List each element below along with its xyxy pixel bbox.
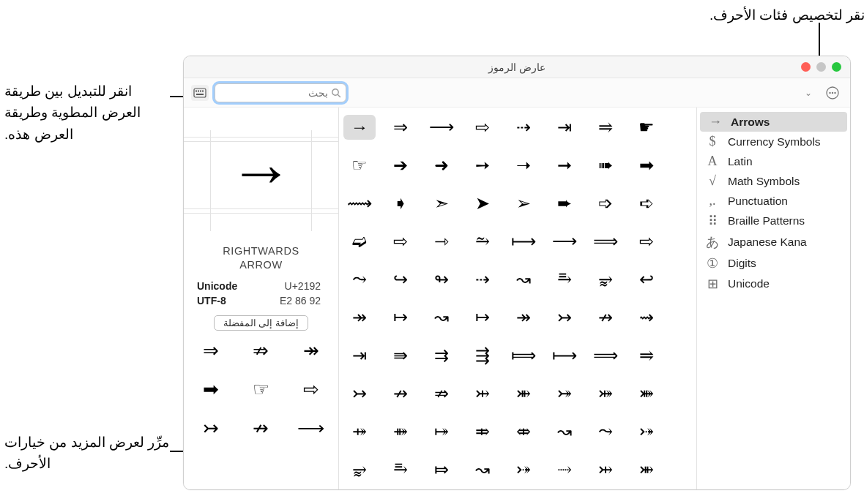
character-cell[interactable]: ➪ [630,191,663,216]
character-cell[interactable]: ➜ [425,153,458,178]
character-cell[interactable]: ↠ [507,305,540,330]
character-cell[interactable]: ⥤ [630,343,663,368]
character-cell[interactable]: ☞ [343,153,376,178]
character-cell[interactable]: ⇢ [466,267,499,292]
character-cell[interactable]: → [343,115,376,140]
character-cell[interactable]: ➤ [466,191,499,216]
search-input[interactable] [200,87,328,99]
category-math-symbols[interactable]: √Math Symbols [697,171,850,191]
character-cell[interactable]: ⇉ [425,343,458,368]
variant-glyph[interactable]: ⇒ [195,339,226,362]
character-cell[interactable]: ↛ [384,381,417,406]
character-cell[interactable]: ➔ [384,153,417,178]
character-cell[interactable]: ⟿ [343,191,376,216]
character-cell[interactable]: ⇒ [384,115,417,140]
character-cell[interactable]: ⤔ [466,381,499,406]
character-cell[interactable]: ⇨ [466,115,499,140]
character-cell[interactable]: ➢ [507,191,540,216]
character-cell[interactable]: ⤕ [507,381,540,406]
character-cell[interactable]: ➫ [343,229,376,254]
variant-glyph[interactable]: ⇨ [296,378,327,401]
character-cell[interactable]: ⟾ [507,343,540,368]
character-cell[interactable]: ↝ [425,305,458,330]
character-grid[interactable]: →⇒⟶⇨⇢⇥⥤☛☞➔➜➙➝➞➠➡⟿➧➣➤➢➨➩➪➫⇨⇾⥲⟼⟶⟹⇨⤳↪↬⇢↝⥱⥵↩… [339,108,696,489]
character-cell[interactable]: ⤀ [343,419,376,444]
variant-glyph[interactable]: ➡ [195,378,226,401]
toggle-view-button[interactable] [191,85,209,101]
character-cell[interactable]: ⇛ [384,343,417,368]
character-cell[interactable]: ⤕ [630,457,663,482]
character-cell[interactable]: ⇶ [466,343,499,368]
character-cell[interactable]: ↛ [589,305,622,330]
character-cell[interactable]: ⤐ [630,419,663,444]
character-cell[interactable]: ⤔ [589,457,622,482]
character-cell[interactable]: ⤇ [425,457,458,482]
category-unicode[interactable]: ⊞Unicode [697,274,850,294]
variant-glyph[interactable]: ☞ [245,378,276,401]
character-cell[interactable]: ⟼ [507,229,540,254]
character-cell[interactable]: ↩ [630,267,663,292]
character-cell[interactable]: ⥵ [343,457,376,482]
character-cell[interactable]: ⇢ [507,115,540,140]
character-cell[interactable]: ⤐ [507,457,540,482]
character-cell[interactable]: ➠ [589,153,622,178]
character-cell[interactable]: ➡ [630,153,663,178]
category-digits[interactable]: ①Digits [697,253,850,274]
variant-glyph[interactable]: ↣ [195,417,226,440]
character-cell[interactable]: ⇾ [425,229,458,254]
character-cell[interactable]: ⟶ [548,229,581,254]
character-cell[interactable]: ⤖ [548,381,581,406]
character-cell[interactable]: ➞ [548,153,581,178]
character-cell[interactable]: ⤁ [384,419,417,444]
character-cell[interactable]: ↦ [466,305,499,330]
category-japanese-kana[interactable]: あJapanese Kana [697,231,850,253]
character-cell[interactable]: ➝ [507,153,540,178]
character-cell[interactable]: ↠ [343,305,376,330]
character-cell[interactable]: ↬ [425,267,458,292]
character-cell[interactable]: ⇨ [630,229,663,254]
character-cell[interactable]: ➣ [425,191,458,216]
character-cell[interactable]: ↣ [548,305,581,330]
add-to-favorites-button[interactable]: إضافة إلى المفضلة [214,315,308,331]
window-close-button[interactable] [801,62,811,72]
character-cell[interactable]: ⥲ [466,229,499,254]
character-cell[interactable]: ⤘ [630,381,663,406]
character-cell[interactable]: ➧ [384,191,417,216]
character-cell[interactable]: ⇥ [343,343,376,368]
character-cell[interactable]: ⇏ [425,381,458,406]
variant-glyph[interactable]: ↛ [245,417,276,440]
character-cell[interactable]: ⤳ [589,419,622,444]
category-arrows[interactable]: →Arrows [700,112,847,132]
character-cell[interactable]: ⤗ [589,381,622,406]
search-field[interactable] [215,83,346,102]
character-cell[interactable]: ⤅ [425,419,458,444]
category-braille-patterns[interactable]: ⠿Braille Patterns [697,211,850,231]
category-punctuation[interactable]: .,Punctuation [697,191,850,211]
character-cell[interactable]: ⇨ [384,229,417,254]
character-cell[interactable]: ⤳ [343,267,376,292]
font-variants[interactable]: ⇒⇏↠➡☞⇨↣↛⟶ [184,335,338,440]
character-cell[interactable]: ⥱ [384,457,417,482]
character-cell[interactable]: ↝ [548,419,581,444]
character-cell[interactable]: ⤄ [507,419,540,444]
character-cell[interactable]: ➩ [589,191,622,216]
character-cell[interactable]: ⥵ [589,267,622,292]
character-cell[interactable]: ⇥ [548,115,581,140]
character-cell[interactable]: ⤃ [466,419,499,444]
window-maximize-button[interactable] [832,62,841,72]
character-cell[interactable]: ⥱ [548,267,581,292]
character-cell[interactable]: ⟼ [548,343,581,368]
character-cell[interactable]: ⟹ [589,229,622,254]
variant-glyph[interactable]: ⟶ [296,417,327,440]
character-cell[interactable]: ↝ [466,457,499,482]
character-cell[interactable]: ⟹ [589,343,622,368]
character-cell[interactable]: ⇝ [630,305,663,330]
character-cell[interactable]: ➨ [548,191,581,216]
category-currency-symbols[interactable]: $Currency Symbols [697,132,850,151]
category-latin[interactable]: ALatin [697,151,850,171]
window-minimize-button[interactable] [816,62,826,72]
character-cell[interactable]: ⤑ [548,457,581,482]
variant-glyph[interactable]: ↠ [296,339,327,362]
character-cell[interactable]: ➙ [466,153,499,178]
character-cell[interactable]: ↦ [384,305,417,330]
